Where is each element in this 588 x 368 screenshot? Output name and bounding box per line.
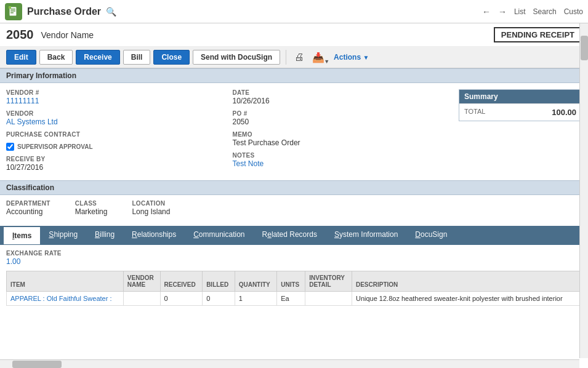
hscrollbar-thumb[interactable] <box>12 361 62 368</box>
col-received: RECEIVED <box>160 271 203 292</box>
total-value: 100.00 <box>552 108 576 117</box>
location-field: LOCATION Long Island <box>132 200 170 216</box>
vendor-num-value[interactable]: 11111111 <box>6 97 220 105</box>
edit-button[interactable]: Edit <box>6 50 36 65</box>
svg-rect-3 <box>10 12 14 14</box>
svg-rect-4 <box>9 6 11 9</box>
notes-value[interactable]: Test Note <box>233 159 447 168</box>
tab-docusign[interactable]: DocuSign <box>406 226 456 245</box>
cell-received: 0 <box>160 292 203 306</box>
search-link[interactable]: Search <box>533 7 557 16</box>
email-button[interactable]: 📥 ▼ <box>310 50 327 65</box>
print-button[interactable]: 🖨 <box>292 50 307 64</box>
info-right: DATE 10/26/2016 PO # 2050 MEMO Test Purc… <box>233 89 447 177</box>
receive-by-label: RECEIVE BY <box>6 156 220 162</box>
cell-inventory_detail <box>305 292 352 306</box>
class-value: Marketing <box>75 207 108 216</box>
receive-button[interactable]: Receive <box>76 50 119 65</box>
notes-label: NOTES <box>233 152 447 159</box>
cell-item[interactable]: APPAREL : Old Faithful Sweater : <box>7 292 124 306</box>
back-arrow[interactable]: ← <box>482 7 491 17</box>
class-label: CLASS <box>75 200 108 207</box>
col-billed: BILLED <box>203 271 235 292</box>
supervisor-label: SUPERVISOR APPROVAL <box>17 143 93 150</box>
cell-units: Ea <box>277 292 305 306</box>
summary-total-row: TOTAL 100.00 <box>459 103 581 121</box>
tab-system-info[interactable]: System Information <box>326 226 406 245</box>
supervisor-checkbox[interactable] <box>6 143 14 151</box>
svg-rect-1 <box>10 9 15 10</box>
memo-label: MEMO <box>233 131 447 138</box>
tab-shipping[interactable]: Shipping <box>40 226 86 245</box>
tab-communication[interactable]: Communication <box>185 226 253 245</box>
docusign-button[interactable]: Send with DocuSign <box>193 50 280 65</box>
memo-value: Test Purchase Order <box>233 138 447 147</box>
primary-info-section-header: Primary Information <box>0 68 588 83</box>
total-label: TOTAL <box>464 108 485 117</box>
exchange-section: EXCHANGE RATE 1.00 <box>0 245 588 268</box>
summary-box-inner: Summary TOTAL 100.00 <box>459 89 582 121</box>
horizontal-scrollbar[interactable] <box>0 359 579 368</box>
tab-related-records[interactable]: Related Records <box>254 226 326 245</box>
scrollbar-thumb[interactable] <box>581 36 588 60</box>
notes-field: NOTES Test Note <box>233 152 447 168</box>
page-icon <box>5 3 22 20</box>
bill-button[interactable]: Bill <box>123 50 151 65</box>
vendor-label: VENDOR <box>6 110 220 117</box>
classification-section: DEPARTMENT Accounting CLASS Marketing LO… <box>0 195 588 226</box>
exchange-rate-label: EXCHANGE RATE <box>6 250 582 257</box>
date-value: 10/26/2016 <box>233 97 447 105</box>
receive-by-value: 10/27/2016 <box>6 163 220 172</box>
location-value: Long Island <box>132 207 170 216</box>
vendor-field: VENDOR AL Systems Ltd <box>6 110 220 126</box>
col-vendor-name: VENDORNAME <box>123 271 160 292</box>
po-label: PO # <box>233 110 447 117</box>
top-header: Purchase Order 🔍 ← → List Search Custo <box>0 0 588 23</box>
list-link[interactable]: List <box>514 7 526 16</box>
supervisor-approval-row: SUPERVISOR APPROVAL <box>6 143 220 151</box>
actions-button[interactable]: Actions ▼ <box>330 52 373 63</box>
vendor-value[interactable]: AL Systems Ltd <box>6 118 220 126</box>
toolbar-divider <box>286 50 286 65</box>
vendor-num-field: VENDOR # 11111111 <box>6 89 220 105</box>
po-field: PO # 2050 <box>233 110 447 126</box>
summary-header: Summary <box>459 90 581 103</box>
forward-arrow[interactable]: → <box>498 7 507 17</box>
table-row: APPAREL : Old Faithful Sweater :001EaUni… <box>7 292 582 306</box>
cell-quantity: 1 <box>235 292 277 306</box>
primary-info-section: VENDOR # 11111111 VENDOR AL Systems Ltd … <box>0 83 588 180</box>
date-field: DATE 10/26/2016 <box>233 89 447 105</box>
cell-description: Unique 12.8oz heathered sweater-knit pol… <box>352 292 581 306</box>
status-badge: PENDING RECEIPT <box>494 27 582 42</box>
top-nav: ← → List Search Custo <box>482 7 583 17</box>
tab-items[interactable]: Items <box>4 227 40 244</box>
tab-billing[interactable]: Billing <box>86 226 123 245</box>
col-inventory-detail: INVENTORYDETAIL <box>305 271 352 292</box>
table-header-row: ITEM VENDORNAME RECEIVED BILLED QUANTITY… <box>7 271 582 292</box>
classification-section-header: Classification <box>0 180 588 195</box>
receive-by-field: RECEIVE BY 10/27/2016 <box>6 156 220 172</box>
custom-link[interactable]: Custo <box>564 7 583 16</box>
department-label: DEPARTMENT <box>6 200 50 207</box>
vertical-scrollbar[interactable] <box>579 23 588 358</box>
items-table: ITEM VENDORNAME RECEIVED BILLED QUANTITY… <box>6 271 582 306</box>
close-button[interactable]: Close <box>153 50 190 65</box>
summary-box: Summary TOTAL 100.00 <box>459 89 582 177</box>
record-vendor: Vendor Name <box>41 30 94 40</box>
col-quantity: QUANTITY <box>235 271 277 292</box>
page-title: Purchase Order <box>27 6 101 17</box>
back-button[interactable]: Back <box>39 50 73 65</box>
department-field: DEPARTMENT Accounting <box>6 200 50 216</box>
vendor-num-label: VENDOR # <box>6 89 220 96</box>
cell-vendor_name <box>123 292 160 306</box>
info-left: VENDOR # 11111111 VENDOR AL Systems Ltd … <box>6 89 220 177</box>
purchase-contract-label: PURCHASE CONTRACT <box>6 131 220 138</box>
tab-relationships[interactable]: Relationships <box>123 226 185 245</box>
department-value: Accounting <box>6 207 50 216</box>
exchange-rate-value[interactable]: 1.00 <box>6 257 582 266</box>
search-icon[interactable]: 🔍 <box>106 7 116 17</box>
col-units: UNITS <box>277 271 305 292</box>
col-description: DESCRIPTION <box>352 271 581 292</box>
svg-rect-2 <box>10 10 15 12</box>
date-label: DATE <box>233 89 447 96</box>
